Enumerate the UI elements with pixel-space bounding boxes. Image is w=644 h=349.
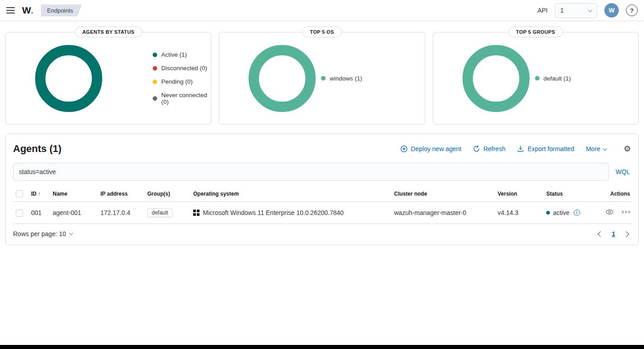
legend-dot [153, 96, 157, 101]
logo-dot: . [31, 5, 33, 15]
column-label: Status [546, 191, 563, 197]
topbar-right-group: API 1 W ? [537, 3, 638, 18]
prev-page-icon[interactable] [598, 231, 603, 237]
cell-status: active i [546, 202, 596, 224]
cell-actions [596, 202, 632, 224]
menu-icon[interactable] [6, 5, 15, 15]
select-all-checkbox[interactable] [16, 190, 23, 197]
refresh-label: Refresh [483, 145, 505, 152]
top-5-groups-card: TOP 5 GROUPS default (1) [433, 32, 639, 125]
column-label: IP address [100, 191, 127, 197]
legend-item-windows[interactable]: windows (1) [321, 75, 362, 82]
more-label: More [586, 145, 600, 152]
plus-circle-icon [400, 145, 408, 152]
eye-icon [605, 208, 614, 216]
api-label: API [537, 7, 548, 14]
top-5-groups-legend: default (1) [535, 75, 571, 82]
column-header-id[interactable]: ID↑ [31, 186, 53, 202]
view-agent-button[interactable] [605, 208, 614, 216]
column-label: Operating system [193, 191, 239, 197]
agents-panel-header: Agents (1) Deploy new agent Refresh Expo… [13, 143, 631, 155]
export-formatted-button[interactable]: Export formatted [517, 145, 574, 152]
agents-by-status-donut[interactable] [35, 45, 102, 112]
agents-by-status-card: AGENTS BY STATUS Active (1) Disconnected… [5, 32, 211, 125]
legend-dot [153, 66, 157, 71]
header-select-all [13, 186, 31, 202]
table-footer: Rows per page: 10 1 [13, 230, 631, 239]
agents-title: Agents (1) [13, 143, 62, 155]
cell-checkbox [13, 202, 31, 224]
chevron-down-icon [69, 231, 73, 235]
column-header-os[interactable]: Operating system [193, 186, 394, 202]
next-page-icon[interactable] [623, 231, 629, 237]
column-header-groups[interactable]: Group(s) [147, 186, 193, 202]
column-label: Version [498, 191, 517, 197]
agents-by-status-title: AGENTS BY STATUS [75, 27, 142, 37]
deploy-new-agent-button[interactable]: Deploy new agent [400, 145, 461, 152]
api-selector[interactable]: 1 [555, 3, 597, 18]
top-5-os-donut[interactable] [249, 45, 316, 112]
top-5-groups-donut[interactable] [463, 45, 530, 112]
search-row: WQL [13, 163, 631, 181]
breadcrumb-endpoints[interactable]: Endpoints [41, 4, 82, 17]
legend-dot [153, 80, 157, 84]
wql-button[interactable]: WQL [616, 168, 631, 175]
sort-asc-icon: ↑ [38, 191, 41, 197]
column-header-status[interactable]: Status [546, 186, 596, 202]
cell-id: 001 [31, 202, 53, 224]
refresh-icon [473, 145, 480, 152]
gear-icon[interactable]: ⚙ [624, 145, 631, 153]
cell-cluster-node: wazuh-manager-master-0 [394, 202, 498, 224]
page-1-button[interactable]: 1 [612, 230, 615, 237]
cell-version: v4.14.3 [498, 202, 546, 224]
legend-label: default (1) [544, 75, 571, 82]
legend-item-disconnected[interactable]: Disconnected (0) [153, 65, 211, 72]
bottom-bar [0, 345, 644, 349]
cell-name: agent-001 [53, 202, 100, 224]
column-label: Actions [610, 191, 630, 197]
avatar[interactable]: W [604, 3, 619, 18]
refresh-button[interactable]: Refresh [473, 145, 505, 152]
column-header-name[interactable]: Name [53, 186, 100, 202]
top-5-os-title: TOP 5 OS [302, 27, 342, 37]
logo-text: W [22, 5, 31, 15]
legend-item-pending[interactable]: Pending (0) [153, 78, 211, 85]
legend-dot [535, 76, 540, 81]
legend-item-never-connected[interactable]: Never connected (0) [153, 92, 211, 105]
info-icon[interactable]: i [574, 210, 580, 216]
column-label: Name [53, 191, 68, 197]
rows-per-page-label: Rows per page: 10 [13, 230, 66, 237]
more-actions-icon[interactable] [622, 211, 630, 213]
legend-label: Active (1) [161, 51, 187, 58]
pagination: 1 [599, 230, 631, 237]
agents-panel: Agents (1) Deploy new agent Refresh Expo… [5, 134, 639, 245]
top-5-os-card: TOP 5 OS windows (1) [219, 32, 425, 125]
agents-by-status-legend: Active (1) Disconnected (0) Pending (0) … [153, 51, 211, 105]
rows-per-page-selector[interactable]: Rows per page: 10 [13, 230, 73, 237]
chevron-down-icon [588, 8, 593, 12]
agents-actions: Deploy new agent Refresh Export formatte… [400, 145, 631, 153]
wazuh-logo[interactable]: W. [22, 5, 34, 16]
more-button[interactable]: More [586, 145, 607, 152]
row-checkbox[interactable] [16, 210, 23, 217]
table-row: 001 agent-001 172.17.0.4 default Microso… [13, 202, 632, 224]
column-header-ip[interactable]: IP address [100, 186, 147, 202]
group-badge[interactable]: default [147, 208, 172, 217]
help-icon[interactable]: ? [626, 4, 638, 16]
cell-os: Microsoft Windows 11 Enterprise 10.0.262… [193, 202, 394, 224]
cell-group: default [147, 202, 193, 224]
legend-label: windows (1) [330, 75, 362, 82]
search-input[interactable] [13, 163, 609, 181]
legend-label: Pending (0) [161, 78, 193, 85]
summary-charts-row: AGENTS BY STATUS Active (1) Disconnected… [5, 32, 639, 125]
export-formatted-label: Export formatted [527, 145, 574, 152]
legend-item-active[interactable]: Active (1) [153, 51, 211, 58]
status-label: active [553, 209, 570, 216]
top-navigation-bar: W. Endpoints API 1 W ? [0, 0, 644, 21]
chevron-down-icon [603, 146, 607, 151]
legend-item-default[interactable]: default (1) [535, 75, 571, 82]
export-icon [517, 145, 524, 152]
top-5-os-legend: windows (1) [321, 75, 362, 82]
column-header-cluster-node[interactable]: Cluster node [394, 186, 498, 202]
column-header-version[interactable]: Version [498, 186, 546, 202]
